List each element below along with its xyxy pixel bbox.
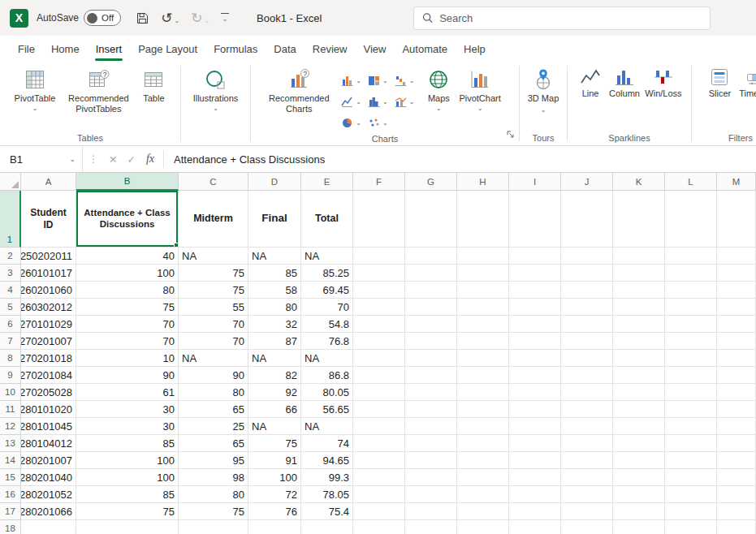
cell-i6[interactable] — [509, 316, 561, 333]
cell-l15[interactable] — [665, 469, 717, 486]
cell-c13[interactable]: 65 — [179, 435, 248, 452]
formula-input[interactable]: Attendance + Class Discussions — [167, 153, 325, 166]
cell-k1[interactable] — [613, 191, 665, 248]
cell-g12[interactable] — [405, 418, 457, 435]
cell-d9[interactable]: 82 — [248, 367, 301, 384]
illustrations-button[interactable]: Illustrations ⌄ — [189, 63, 243, 128]
cell-k15[interactable] — [613, 469, 665, 486]
recommended-charts-button[interactable]: ? Recommended Charts — [265, 63, 333, 128]
cell-d10[interactable]: 92 — [248, 384, 301, 401]
cell-k10[interactable] — [613, 384, 665, 401]
cell-g2[interactable] — [405, 248, 457, 265]
cell-e4[interactable]: 69.45 — [301, 282, 353, 299]
slicer-button[interactable]: Slicer — [705, 63, 736, 128]
cell-c11[interactable]: 65 — [179, 401, 248, 418]
cell-g16[interactable] — [405, 486, 457, 503]
cell-j5[interactable] — [561, 299, 613, 316]
cell-l1[interactable] — [665, 191, 717, 248]
cell-l8[interactable] — [665, 350, 717, 367]
cell-b7[interactable]: 70 — [76, 333, 179, 350]
table-button[interactable]: Table — [137, 63, 170, 128]
cell-f10[interactable] — [353, 384, 405, 401]
cell-e1[interactable]: Total — [301, 191, 353, 248]
cell-k5[interactable] — [613, 299, 665, 316]
cell-e11[interactable]: 56.65 — [301, 401, 353, 418]
cell-k18[interactable] — [613, 520, 665, 534]
redo-button[interactable]: ↻ ⌄ — [191, 11, 210, 25]
cell-m7[interactable] — [717, 333, 756, 350]
cell-d8[interactable]: NA — [248, 350, 301, 367]
cell-j3[interactable] — [561, 265, 613, 282]
cell-b10[interactable]: 61 — [76, 384, 179, 401]
cell-e14[interactable]: 94.65 — [301, 452, 353, 469]
cell-h1[interactable] — [457, 191, 509, 248]
insert-pie-chart-button[interactable]: ⌄ — [341, 114, 361, 132]
column-header-j[interactable]: J — [561, 173, 613, 191]
cell-j1[interactable] — [561, 191, 613, 248]
cell-k16[interactable] — [613, 486, 665, 503]
cell-e8[interactable]: NA — [301, 350, 353, 367]
cell-l14[interactable] — [665, 452, 717, 469]
tab-review[interactable]: Review — [305, 36, 356, 62]
cell-g9[interactable] — [405, 367, 457, 384]
cell-i12[interactable] — [509, 418, 561, 435]
cell-f18[interactable] — [353, 520, 405, 534]
cell-i11[interactable] — [509, 401, 561, 418]
cell-g17[interactable] — [405, 503, 457, 520]
row-header-12[interactable]: 12 — [0, 418, 21, 435]
cell-j14[interactable] — [561, 452, 613, 469]
row-header-7[interactable]: 7 — [0, 333, 21, 350]
cell-g6[interactable] — [405, 316, 457, 333]
cell-a7[interactable]: 270201007 — [21, 333, 76, 350]
cell-h10[interactable] — [457, 384, 509, 401]
cell-a4[interactable]: 260201060 — [21, 282, 76, 299]
cell-m3[interactable] — [717, 265, 756, 282]
maps-button[interactable]: Maps ⌄ — [422, 63, 455, 128]
cell-l4[interactable] — [665, 282, 717, 299]
enter-button[interactable]: ✓ — [122, 153, 140, 166]
row-header-10[interactable]: 10 — [0, 384, 21, 401]
search-box[interactable] — [413, 6, 711, 30]
cell-m1[interactable] — [717, 191, 756, 248]
sparkline-winloss-button[interactable]: Win/Loss — [644, 63, 683, 128]
cell-c6[interactable]: 70 — [179, 316, 248, 333]
column-header-m[interactable]: M — [717, 173, 756, 191]
cell-d6[interactable]: 32 — [248, 316, 301, 333]
cell-c15[interactable]: 98 — [179, 469, 248, 486]
cell-i9[interactable] — [509, 367, 561, 384]
tab-data[interactable]: Data — [266, 36, 304, 62]
undo-button[interactable]: ↺ ⌄ — [161, 11, 179, 25]
cell-d11[interactable]: 66 — [248, 401, 301, 418]
cell-i15[interactable] — [509, 469, 561, 486]
cell-l17[interactable] — [665, 503, 717, 520]
insert-function-button[interactable]: fx — [140, 153, 160, 166]
cell-l13[interactable] — [665, 435, 717, 452]
cell-g11[interactable] — [405, 401, 457, 418]
column-header-c[interactable]: C — [179, 173, 248, 191]
cell-f15[interactable] — [353, 469, 405, 486]
cell-l10[interactable] — [665, 384, 717, 401]
row-header-4[interactable]: 4 — [0, 282, 21, 299]
cell-m15[interactable] — [717, 469, 756, 486]
cell-b17[interactable]: 75 — [76, 503, 179, 520]
cell-g4[interactable] — [405, 282, 457, 299]
cell-d15[interactable]: 100 — [248, 469, 301, 486]
cell-k7[interactable] — [613, 333, 665, 350]
cell-h12[interactable] — [457, 418, 509, 435]
cell-l12[interactable] — [665, 418, 717, 435]
cell-i1[interactable] — [509, 191, 561, 248]
cell-f5[interactable] — [353, 299, 405, 316]
cell-h3[interactable] — [457, 265, 509, 282]
cell-c16[interactable]: 80 — [179, 486, 248, 503]
pivottable-button[interactable]: PivotTable ⌄ — [11, 63, 60, 128]
cell-f1[interactable] — [353, 191, 405, 248]
cell-c17[interactable]: 75 — [179, 503, 248, 520]
cell-m2[interactable] — [717, 248, 756, 265]
cell-e5[interactable]: 70 — [301, 299, 353, 316]
column-header-f[interactable]: F — [353, 173, 405, 191]
cell-j4[interactable] — [561, 282, 613, 299]
cell-e9[interactable]: 86.8 — [301, 367, 353, 384]
cell-a11[interactable]: 280101020 — [21, 401, 76, 418]
cell-a17[interactable]: 280201066 — [21, 503, 76, 520]
fill-handle[interactable] — [174, 243, 179, 248]
